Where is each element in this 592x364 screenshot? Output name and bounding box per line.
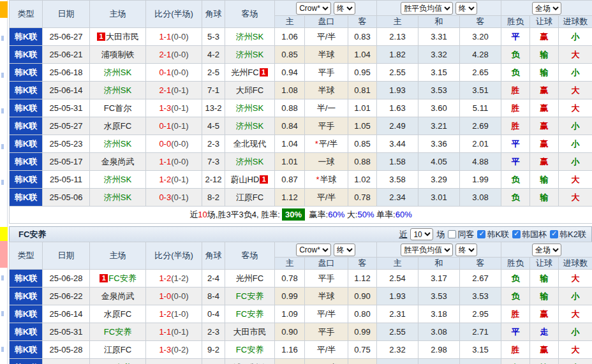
bookmaker-select[interactable]: Crow*: [296, 2, 331, 15]
goals-cell: 小: [559, 135, 592, 153]
date-cell: 25-05-17: [43, 153, 90, 171]
avg-away-cell: 3.20: [460, 28, 501, 46]
avg-home-cell: 3.58: [377, 171, 418, 189]
handicap-cell: *半球: [305, 171, 348, 189]
score-cell: 0-1(0-0): [146, 64, 202, 82]
corners-cell: 2-12: [202, 171, 225, 189]
col-header-avg-draw: 和: [418, 258, 460, 270]
handicap-cell: 半球: [305, 288, 348, 305]
avg-type-select[interactable]: 胜平负均值: [401, 2, 453, 15]
handicap-cell: *平/半: [305, 135, 348, 153]
league-filter-k2[interactable]: 韩K2联: [550, 229, 586, 240]
home-odds-cell: 0.90: [275, 323, 305, 341]
corners-cell: 4-2: [202, 46, 225, 64]
avg-away-cell: 1.99: [460, 171, 501, 189]
goals-cell: 大: [559, 189, 592, 207]
match-row: 韩K联 25-06-14 济州SK 2-1(0-1) 7-1 大邱FC 1.08…: [10, 82, 592, 99]
away-odds-cell: 0.88: [348, 153, 377, 171]
scope-select[interactable]: 全场: [532, 244, 561, 256]
handicap-result-cell: 赢: [530, 305, 559, 323]
adjacent-cell-yellow: [0, 227, 8, 241]
avg-state-select[interactable]: 终: [455, 244, 477, 256]
match-row: 韩K联 25-05-27 水原FC 0-1(0-1) 4-5 济州SK 0.84…: [10, 117, 592, 135]
avg-home-cell: 1.82: [377, 46, 418, 64]
league-cell: 韩K联: [10, 323, 43, 341]
match-row: 韩K联 25-06-27 1大田市民 1-1(0-0) 5-3 济州SK 1.0…: [10, 28, 592, 46]
goals-cell: 小: [559, 288, 592, 305]
rank-badge: 1: [97, 33, 105, 41]
result-cell: 平: [501, 153, 530, 171]
avg-away-cell: 3.08: [460, 189, 501, 207]
home-odds-cell: 0.87: [275, 171, 305, 189]
avg-away-cell: 4.28: [460, 46, 501, 64]
match-row: 韩K联 25-05-11 济州SK 1-2(0-1) 2-12 蔚山HD1 0.…: [10, 171, 592, 189]
home-odds-cell: 0.94: [275, 64, 305, 82]
match-row: 韩K联 25-05-31 FC首尔 1-3(0-1) 13-2 济州SK 0.8…: [10, 99, 592, 117]
home-odds-cell: 0.88: [275, 99, 305, 117]
avg-home-cell: 2.34: [377, 189, 418, 207]
result-cell: 胜: [501, 117, 530, 135]
date-cell: 25-06-22: [43, 288, 90, 305]
col-header-handicap-result: 让球: [530, 258, 559, 270]
col-header-avg-away: 客: [460, 258, 501, 270]
avg-draw-cell: 3.17: [418, 270, 460, 288]
same-away-checkbox[interactable]: [448, 230, 456, 238]
away-team-cell: 光州FC1: [225, 64, 275, 82]
corners-cell: 2-5: [202, 64, 225, 82]
result-cell: 平: [501, 135, 530, 153]
adjacent-panel-edge: [0, 0, 8, 364]
col-header-corners: 角球: [202, 1, 225, 28]
away-odds-cell: 0.90: [348, 288, 377, 305]
result-cell: 负: [501, 46, 530, 64]
col-header-avg-home: 主: [377, 258, 418, 270]
col-header-odds-home: 主: [275, 258, 305, 270]
col-header-home: 主场: [90, 1, 146, 28]
avg-draw-cell: 3.08: [418, 323, 460, 341]
adjacent-cell-orange: [0, 1, 8, 18]
away-team-cell: 全北现代: [225, 135, 275, 153]
date-cell: 25-05-31: [43, 323, 90, 341]
home-odds-cell: 1.12: [275, 189, 305, 207]
handicap-cell: *平/半: [305, 359, 348, 364]
league-filter-korean-cup[interactable]: 韩国杯: [512, 229, 547, 240]
col-header-date: 日期: [43, 242, 90, 270]
col-header-away: 客场: [225, 242, 275, 270]
recent-label[interactable]: 近: [399, 229, 407, 240]
score-cell: 2-1(0-0): [146, 46, 202, 64]
col-header-avg-home: 主: [377, 16, 418, 28]
avg-type-select[interactable]: 胜平负均值: [401, 244, 453, 256]
scope-select[interactable]: 全场: [532, 2, 561, 15]
match-row: 韩K联 25-05-28 江原FC 1-3(0-2) 9-2 FC安养 1.16…: [10, 341, 592, 359]
avg-state-select[interactable]: 终: [455, 2, 477, 15]
odds-state-select[interactable]: 终: [334, 2, 355, 15]
recent-count-select[interactable]: 10: [410, 228, 433, 240]
goals-cell: 大: [559, 99, 592, 117]
adjacent-cell-pink: [0, 241, 8, 268]
avg-draw-cell: 2.98: [418, 341, 460, 359]
corners-cell: 8-2: [202, 189, 225, 207]
handicap-cell: 平/半: [305, 28, 348, 46]
col-header-result: 胜负: [501, 258, 530, 270]
avg-away-cell: 3.51: [460, 82, 501, 99]
same-away-filter[interactable]: 同客: [448, 229, 474, 240]
odds-state-select[interactable]: 终: [334, 244, 355, 256]
result-cell: 负: [501, 189, 530, 207]
handicap-result-cell: 走: [530, 323, 559, 341]
goals-cell: 小: [559, 117, 592, 135]
handicap-result-cell: 赢: [530, 117, 559, 135]
match-row: 韩K联 25-05-25 FC安养 1-1(0-0) 3-3 浦项制铁 1.02…: [10, 359, 592, 364]
result-cell: 胜: [501, 341, 530, 359]
k2-checkbox[interactable]: [550, 230, 558, 238]
handicap-result-cell: 输: [530, 359, 559, 364]
match-row: 韩K联 25-06-28 1FC安养 1-2(1-2) 2-4 光州FC 0.7…: [10, 270, 592, 288]
kleague-checkbox[interactable]: [477, 230, 485, 238]
league-filter-kleague[interactable]: 韩K联: [477, 229, 509, 240]
bookmaker-select[interactable]: Crow*: [296, 244, 331, 256]
col-header-avg-draw: 和: [418, 16, 460, 28]
avg-home-cell: 2.60: [377, 359, 418, 364]
col-header-goals: 进球数: [559, 258, 592, 270]
avg-home-cell: 2.55: [377, 323, 418, 341]
handicap-result-cell: 输: [530, 270, 559, 288]
korean-cup-checkbox[interactable]: [512, 230, 521, 238]
home-team-cell: 1大田市民: [90, 28, 146, 46]
